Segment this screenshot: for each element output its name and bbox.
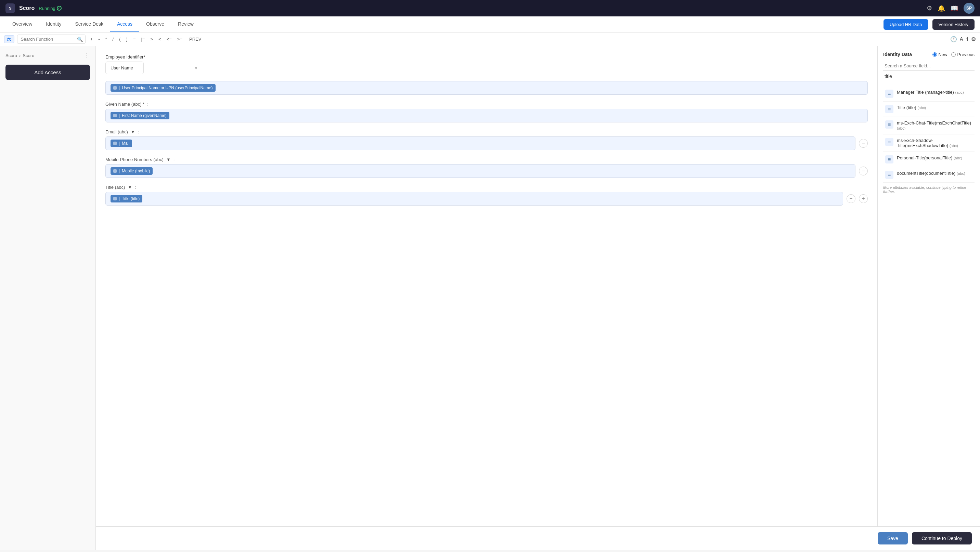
title-tag: | Title (title) [111, 195, 142, 203]
breadcrumb: Scoro › Scoro [5, 53, 34, 58]
book-icon[interactable]: 📖 [951, 5, 958, 12]
op-pipe-equals[interactable]: |= [139, 35, 147, 43]
bottom-bar: Save Continue to Deploy [96, 527, 980, 550]
identity-item-4[interactable]: ms-Exch-Shadow-Title(msExchShadowTitle) … [883, 135, 975, 152]
notification-icon[interactable]: 🔔 [937, 5, 945, 12]
identity-item-icon-2 [885, 105, 893, 113]
radio-new-label[interactable]: New [932, 52, 947, 57]
settings-formula-icon[interactable]: ⚙ [971, 36, 976, 43]
mobile-input-wrap: | Mobile (mobile) − [105, 164, 868, 178]
given-name-input-wrap: | First Name (givenName) [105, 109, 868, 122]
search-icon: 🔍 [77, 36, 83, 42]
upn-tag-dot [113, 86, 117, 90]
upn-tag: | User Principal Name or UPN (userPrinci… [111, 84, 216, 92]
email-tag: | Mail [111, 140, 132, 147]
continue-to-deploy-button[interactable]: Continue to Deploy [912, 532, 972, 544]
prev-button[interactable]: PREV [186, 35, 205, 43]
mobile-label: Mobile-Phone Numbers (abc) ▼ : [105, 157, 868, 162]
tab-overview[interactable]: Overview [5, 16, 39, 32]
content-area: Employee Identifier* User Name | [96, 46, 877, 527]
identity-item-2[interactable]: Title (title) (abc) [883, 102, 975, 117]
op-gte[interactable]: >= [175, 35, 185, 43]
identity-item-name-3: ms-Exch-Chat-Title(msExchChatTitle) [897, 121, 971, 125]
running-icon [57, 6, 62, 11]
title-remove-button[interactable]: − [846, 194, 856, 203]
email-remove-button[interactable]: − [859, 139, 868, 148]
text-icon[interactable]: Ꭺ [960, 36, 964, 43]
tab-bar-right: Upload HR Data Version History [883, 19, 980, 30]
upn-input[interactable]: | User Principal Name or UPN (userPrinci… [105, 81, 868, 95]
identity-item-type-2: (abc) [917, 106, 926, 110]
source-query: title [883, 72, 975, 82]
radio-group: New Previous [932, 52, 975, 57]
clock-icon[interactable]: 🕐 [950, 36, 957, 43]
title-add-button[interactable]: + [859, 194, 868, 203]
mobile-input[interactable]: | Mobile (mobile) [105, 164, 856, 178]
email-tag-text: Mail [122, 141, 129, 146]
save-button[interactable]: Save [878, 532, 908, 544]
identity-item-1[interactable]: Manager Title (manager-title) (abc) [883, 86, 975, 102]
given-name-input[interactable]: | First Name (givenName) [105, 109, 868, 122]
given-name-tag: | First Name (givenName) [111, 112, 169, 119]
op-plus[interactable]: + [88, 35, 95, 43]
email-input[interactable]: | Mail [105, 136, 856, 150]
title-input[interactable]: | Title (title) [105, 192, 843, 206]
op-lparen[interactable]: ( [117, 35, 123, 43]
op-minus[interactable]: - [96, 35, 102, 43]
identity-item-type-3: (abc) [897, 126, 905, 130]
identity-item-icon-3 [885, 121, 893, 128]
identity-item-6[interactable]: documentTitle(documentTitle) (abc) [883, 167, 975, 182]
given-name-pipe: | [119, 113, 120, 118]
email-label: Email (abc) ▼ : [105, 129, 868, 135]
identity-item-type-1: (abc) [955, 90, 964, 94]
given-name-section: Given Name (abc) * : | First Name (given… [105, 102, 868, 122]
email-section: Email (abc) ▼ : | Mail − [105, 129, 868, 150]
radio-new-input[interactable] [932, 52, 937, 57]
upn-tag-text: User Principal Name or UPN (userPrincipa… [122, 86, 213, 90]
identity-item-type-6: (abc) [957, 171, 965, 176]
op-equals[interactable]: = [131, 35, 138, 43]
identity-item-3[interactable]: ms-Exch-Chat-Title(msExchChatTitle) (abc… [883, 117, 975, 135]
op-lt[interactable]: < [156, 35, 163, 43]
employee-identifier-select[interactable]: User Name [105, 62, 144, 74]
mobile-tag-text: Mobile (mobile) [122, 169, 150, 173]
title-section: Title (abc) ▼ : | Title (title) − [105, 185, 868, 206]
radio-prev-label[interactable]: Previous [951, 52, 975, 57]
identity-more-hint: More attributes available, continue typi… [883, 186, 975, 194]
op-gt[interactable]: > [148, 35, 155, 43]
settings-icon[interactable]: ⚙ [927, 5, 932, 12]
email-tag-dot [113, 141, 117, 145]
op-slash[interactable]: / [111, 35, 116, 43]
title-tag-text: Title (title) [122, 196, 140, 201]
formula-operators: + - * / ( ) = |= > < <= >= PREV [88, 35, 205, 43]
op-rparen[interactable]: ) [124, 35, 130, 43]
identity-item-5[interactable]: Personal-Title(personalTitle) (abc) [883, 152, 975, 167]
op-star[interactable]: * [103, 35, 109, 43]
sidebar-menu-icon[interactable]: ⋮ [84, 52, 90, 59]
info-icon[interactable]: ℹ [966, 36, 968, 43]
identity-item-type-4: (abc) [950, 144, 958, 148]
identity-panel: Identity Data New Previous title [877, 46, 980, 527]
employee-identifier-select-wrap: User Name [105, 62, 201, 74]
upload-hr-data-button[interactable]: Upload HR Data [883, 19, 928, 30]
identity-item-name-5: Personal-Title(personalTitle) [897, 155, 952, 160]
op-lte[interactable]: <= [165, 35, 174, 43]
tab-observe[interactable]: Observe [139, 16, 171, 32]
identity-item-icon-6 [885, 171, 893, 179]
version-history-button[interactable]: Version History [932, 19, 975, 30]
tab-identity[interactable]: Identity [39, 16, 68, 32]
radio-prev-input[interactable] [951, 52, 956, 57]
mobile-remove-button[interactable]: − [859, 167, 868, 176]
add-access-button[interactable]: Add Access [5, 65, 90, 80]
title-input-wrap: | Title (title) − + [105, 192, 868, 206]
avatar[interactable]: SP [964, 3, 975, 14]
search-function-input[interactable] [17, 35, 86, 44]
tab-review[interactable]: Review [171, 16, 200, 32]
source-search-input[interactable] [883, 61, 975, 71]
breadcrumb-scoro2: Scoro [22, 53, 34, 58]
tab-service-desk[interactable]: Service Desk [68, 16, 110, 32]
identity-item-icon-5 [885, 155, 893, 163]
tab-access[interactable]: Access [110, 16, 139, 32]
identity-item-name-4: ms-Exch-Shadow-Title(msExchShadowTitle) [897, 138, 948, 148]
identity-item-icon-4 [885, 138, 893, 146]
